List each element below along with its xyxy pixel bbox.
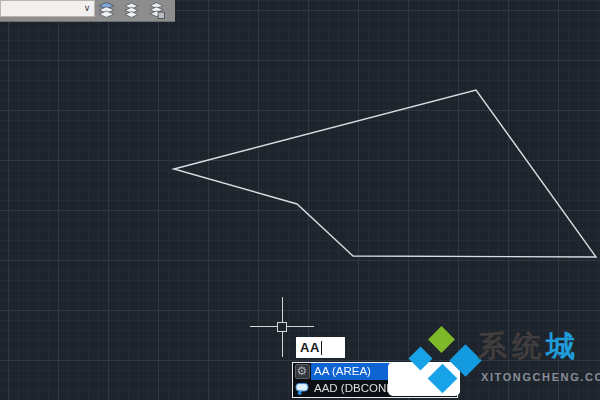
layer-states-icon[interactable] [123,2,140,19]
polyline-entity[interactable] [174,90,596,257]
layer-previous-icon[interactable] [148,2,165,19]
gear-icon: ⚙ [293,363,311,380]
watermark-title: 系统城 [478,327,580,367]
crosshair-v-bottom [282,332,283,357]
watermark-domain: XITONGCHENG.COM [481,371,600,383]
watermark-title-accent: 城 [546,330,580,362]
layer-properties-icon[interactable] [98,2,115,19]
autocad-drawing-area[interactable]: AA ⚙ AA (AREA) AAD (DBCONNECT) 系统城 [0,0,600,400]
layer-combobox[interactable]: ∨ [0,0,95,17]
command-input-text: AA [300,340,320,355]
layers-toolbar: ∨ [0,0,175,22]
crosshair-v-top [282,297,283,322]
pickbox-cursor [277,322,287,332]
command-input[interactable]: AA [296,337,345,358]
watermark-title-prefix: 系统 [478,330,546,362]
crosshair-h-left [250,326,277,327]
dbconnect-icon [293,380,311,397]
chevron-down-icon[interactable]: ∨ [80,1,94,16]
crosshair-h-right [287,326,314,327]
text-caret [321,341,323,355]
